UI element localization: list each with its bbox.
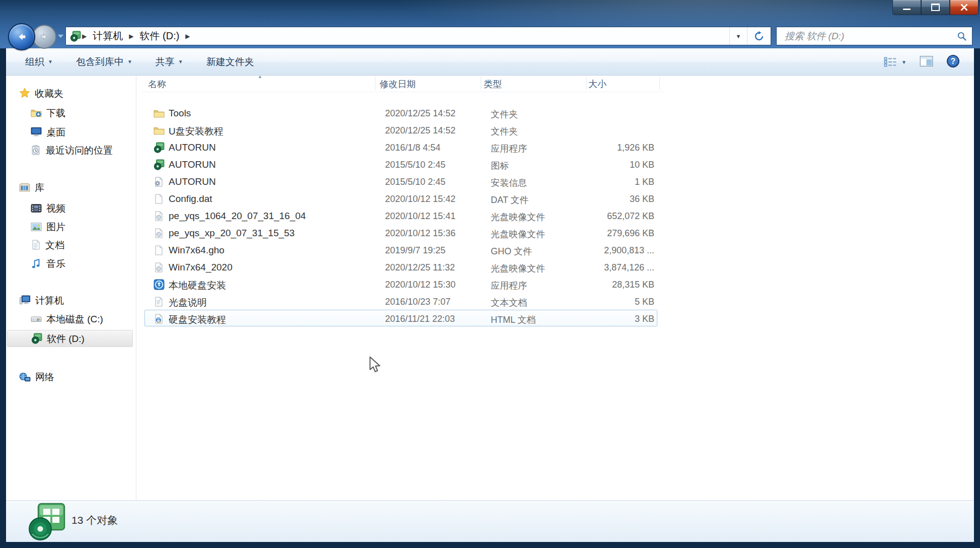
breadcrumb-separator-icon: ▶ xyxy=(184,33,191,40)
local-disk-icon xyxy=(31,315,42,323)
file-row[interactable]: Win7x64.gho 2019/9/7 19:25 GHO 文件 2,900,… xyxy=(141,242,664,259)
share-button[interactable]: 共享▼ xyxy=(149,52,189,72)
file-row[interactable]: AUTORUN 2015/5/10 2:45 图标 10 KB xyxy=(141,156,664,173)
column-headers: ▲ 名称 修改日期 类型 大小 xyxy=(141,76,664,92)
preview-pane-button[interactable] xyxy=(920,55,933,69)
sidebar-item-local-disk-c[interactable]: 本地磁盘 (C:) xyxy=(31,311,103,326)
preview-pane-icon xyxy=(920,55,933,67)
column-header-name[interactable]: 名称 xyxy=(148,78,166,90)
minimize-icon xyxy=(903,9,911,10)
computer-icon xyxy=(19,295,31,305)
downloads-folder-icon xyxy=(31,108,42,118)
close-icon xyxy=(961,4,967,11)
organize-button[interactable]: 组织▼ xyxy=(19,52,59,72)
views-icon xyxy=(884,56,897,67)
file-row[interactable]: U盘安装教程 2020/12/25 14:52 文件夹 xyxy=(141,122,664,139)
star-icon xyxy=(19,88,30,99)
breadcrumb-separator-icon: ▶ xyxy=(128,33,134,40)
drive-large-icon xyxy=(26,502,66,544)
forward-arrow-icon xyxy=(38,31,50,42)
file-list: Tools 2020/12/25 14:52 文件夹 U盘安装教程 2020/1… xyxy=(141,92,664,485)
text-document-icon xyxy=(154,296,165,308)
sidebar-item-music[interactable]: 音乐 xyxy=(31,256,65,271)
file-row[interactable]: AUTORUN 2016/1/8 4:54 应用程序 1,926 KB xyxy=(141,139,664,156)
file-row[interactable]: pe_yqs_xp_20_07_31_15_53 2020/10/12 15:3… xyxy=(141,225,664,242)
help-button[interactable]: ? xyxy=(946,54,960,70)
window-controls xyxy=(892,0,978,15)
sidebar-item-downloads[interactable]: 下载 xyxy=(31,105,65,120)
minimize-button[interactable] xyxy=(892,0,921,15)
breadcrumb-drive[interactable]: 软件 (D:) xyxy=(134,29,184,43)
sidebar-item-pictures[interactable]: 图片 xyxy=(31,219,65,234)
column-header-date[interactable]: 修改日期 xyxy=(380,78,416,90)
column-header-type[interactable]: 类型 xyxy=(484,78,502,90)
sidebar-item-recent-places[interactable]: 最近访问的位置 xyxy=(31,143,113,158)
drive-d-icon xyxy=(31,333,42,344)
column-divider[interactable] xyxy=(586,77,587,90)
sidebar-item-desktop[interactable]: 桌面 xyxy=(31,124,65,140)
help-icon: ? xyxy=(946,54,960,68)
file-row[interactable]: Config.dat 2020/10/12 15:42 DAT 文件 36 KB xyxy=(141,190,664,208)
sidebar-item-computer[interactable]: 计算机 xyxy=(19,293,64,308)
caret-down-icon: ▼ xyxy=(127,59,132,64)
file-row[interactable]: Tools 2020/12/25 14:52 文件夹 xyxy=(141,105,664,122)
status-bar: 13 个对象 xyxy=(6,500,974,542)
autorun-application-icon xyxy=(154,142,165,154)
caret-down-icon: ▼ xyxy=(178,59,183,64)
file-row[interactable]: Win7x64_2020 2020/12/25 11:32 光盘映像文件 3,8… xyxy=(141,259,664,276)
forward-button[interactable] xyxy=(32,25,56,49)
sidebar-item-documents[interactable]: 文档 xyxy=(31,237,64,252)
sidebar-item-network[interactable]: 网络 xyxy=(19,369,54,384)
sidebar-item-libraries[interactable]: 库 xyxy=(19,180,44,195)
sort-ascending-icon: ▲ xyxy=(258,74,262,79)
file-row[interactable]: AUTORUN 2015/5/10 2:45 安装信息 1 KB xyxy=(141,173,664,190)
column-divider[interactable] xyxy=(375,77,375,90)
maximize-icon xyxy=(931,4,940,11)
dat-file-icon xyxy=(154,193,165,205)
refresh-button[interactable] xyxy=(747,27,771,45)
views-button[interactable]: ▼ xyxy=(884,56,907,67)
libraries-icon xyxy=(19,182,30,192)
back-button[interactable] xyxy=(8,23,35,50)
gho-file-icon xyxy=(154,244,165,256)
videos-icon xyxy=(31,203,42,213)
item-count-label: 13 个对象 xyxy=(71,513,118,527)
back-arrow-icon xyxy=(15,31,28,43)
file-row[interactable]: pe_yqs_1064_20_07_31_16_04 2020/10/12 15… xyxy=(141,208,664,225)
recent-places-icon xyxy=(31,145,41,156)
file-row[interactable]: 本地硬盘安装 2020/10/12 15:30 应用程序 28,315 KB xyxy=(141,276,664,293)
new-folder-button[interactable]: 新建文件夹 xyxy=(200,52,260,72)
maximize-button[interactable] xyxy=(921,0,950,15)
disc-image-icon xyxy=(154,210,165,222)
folder-icon xyxy=(154,107,165,119)
html-document-icon xyxy=(154,313,165,325)
column-divider[interactable] xyxy=(659,77,660,90)
file-row[interactable]: 硬盘安装教程 2016/11/21 22:03 HTML 文档 3 KB xyxy=(141,310,664,327)
include-in-library-button[interactable]: 包含到库中▼ xyxy=(70,52,138,72)
svg-text:?: ? xyxy=(951,56,956,65)
autorun-icon-file-icon xyxy=(154,159,165,171)
documents-icon xyxy=(31,239,41,250)
search-input[interactable] xyxy=(784,30,957,42)
address-bar[interactable]: ▶ 计算机 ▶ 软件 (D:) ▶ ▼ xyxy=(65,27,771,45)
address-dropdown-button[interactable]: ▼ xyxy=(729,27,747,45)
refresh-icon xyxy=(753,31,765,42)
sidebar-item-favorites[interactable]: 收藏夹 xyxy=(19,86,63,101)
sidebar-divider xyxy=(136,76,136,500)
caret-down-icon: ▼ xyxy=(901,59,907,65)
sidebar-item-drive-d[interactable]: 软件 (D:) xyxy=(7,330,133,347)
column-divider[interactable] xyxy=(481,77,481,90)
search-icon[interactable] xyxy=(957,31,967,41)
recent-pages-chevron[interactable] xyxy=(57,32,64,41)
disc-image-icon xyxy=(154,261,165,273)
breadcrumb-computer[interactable]: 计算机 xyxy=(88,29,128,43)
close-button[interactable] xyxy=(950,0,978,15)
caret-down-icon: ▼ xyxy=(48,59,53,64)
setup-information-icon xyxy=(154,176,165,188)
pictures-icon xyxy=(31,222,42,232)
column-header-size[interactable]: 大小 xyxy=(588,78,607,90)
file-row[interactable]: 光盘说明 2016/10/23 7:07 文本文档 5 KB xyxy=(141,293,664,310)
main-content: 收藏夹 下载 桌面 最近访问的位置 xyxy=(6,76,974,500)
folder-icon xyxy=(154,124,165,136)
sidebar-item-videos[interactable]: 视频 xyxy=(31,200,65,216)
